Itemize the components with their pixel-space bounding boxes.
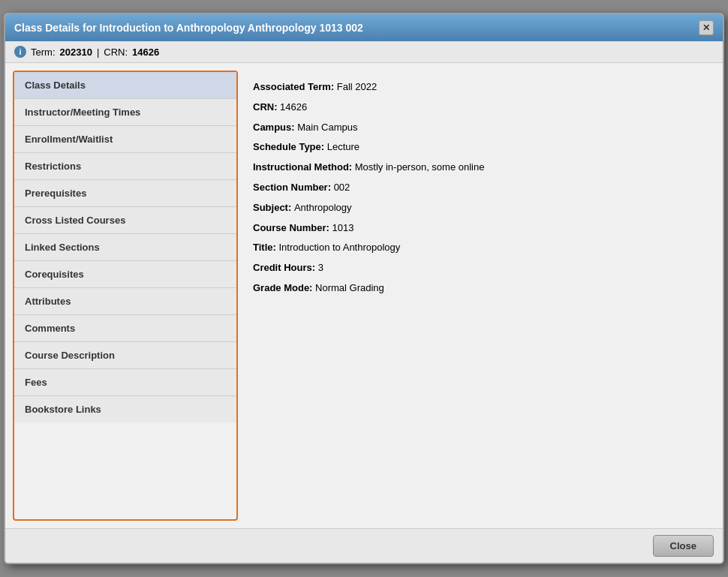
content-area: Associated Term: Fall 2022CRN: 14626Camp… [238,71,715,521]
detail-value: Introduction to Anthropology [278,242,400,253]
sidebar-item-class-details[interactable]: Class Details [14,72,236,99]
detail-value: Anthropology [294,202,352,213]
dialog-footer: Close [5,528,723,563]
detail-label: Associated Term: [253,81,337,92]
detail-value: 1013 [332,222,353,233]
sidebar-item-bookstore-links[interactable]: Bookstore Links [14,396,236,422]
dialog-title: Class Details for Introduction to Anthro… [14,22,363,34]
detail-row: Campus: Main Campus [253,120,700,136]
sidebar: Class DetailsInstructor/Meeting TimesEnr… [13,71,238,521]
detail-row: Title: Introduction to Anthropology [253,240,700,256]
detail-value: 3 [318,262,323,273]
sidebar-item-attributes[interactable]: Attributes [14,288,236,315]
detail-row: Course Number: 1013 [253,221,700,236]
detail-label: Subject: [253,202,294,213]
close-button[interactable]: Close [653,535,714,557]
detail-row: Instructional Method: Mostly in-person, … [253,160,700,176]
crn-value: 14626 [132,47,159,58]
sidebar-item-enrollment-waitlist[interactable]: Enrollment/Waitlist [14,126,236,153]
separator: | [97,47,99,58]
detail-value: Lecture [327,141,359,152]
detail-label: Grade Mode: [253,282,315,293]
dialog-header: Class Details for Introduction to Anthro… [5,14,723,41]
sidebar-item-comments[interactable]: Comments [14,315,236,342]
term-label: Term: [31,47,56,58]
detail-row: Section Number: 002 [253,180,700,196]
detail-label: CRN: [253,101,280,113]
detail-value: Main Campus [297,122,357,133]
crn-label: CRN: [104,47,128,58]
detail-value: 002 [334,182,350,193]
sidebar-item-linked-sections[interactable]: Linked Sections [14,234,236,261]
detail-label: Instructional Method: [253,161,355,173]
detail-label: Section Number: [253,182,334,193]
detail-row: Associated Term: Fall 2022 [253,80,700,95]
info-bar: i Term: 202310 | CRN: 14626 [5,41,723,63]
detail-value: Mostly in-person, some online [355,161,485,173]
detail-row: CRN: 14626 [253,100,700,116]
info-icon: i [14,46,26,58]
sidebar-item-corequisites[interactable]: Corequisites [14,261,236,288]
detail-row: Subject: Anthropology [253,200,700,216]
dialog-body: Class DetailsInstructor/Meeting TimesEnr… [5,63,723,528]
detail-row: Grade Mode: Normal Grading [253,281,700,296]
class-details-dialog: Class Details for Introduction to Anthro… [4,13,724,564]
detail-label: Title: [253,242,278,253]
sidebar-item-course-description[interactable]: Course Description [14,342,236,369]
detail-value: 14626 [280,101,307,113]
detail-value: Fall 2022 [337,81,377,92]
detail-value: Normal Grading [315,282,384,293]
detail-label: Course Number: [253,222,332,233]
sidebar-item-fees[interactable]: Fees [14,369,236,396]
sidebar-item-prerequisites[interactable]: Prerequisites [14,180,236,207]
sidebar-item-instructor-meeting[interactable]: Instructor/Meeting Times [14,99,236,126]
detail-row: Schedule Type: Lecture [253,140,700,155]
sidebar-item-cross-listed[interactable]: Cross Listed Courses [14,207,236,234]
sidebar-item-restrictions[interactable]: Restrictions [14,153,236,180]
detail-label: Campus: [253,122,297,133]
term-value: 202310 [60,47,92,58]
dialog-close-x-button[interactable]: ✕ [699,20,714,35]
detail-label: Schedule Type: [253,141,327,152]
detail-row: Credit Hours: 3 [253,260,700,276]
detail-label: Credit Hours: [253,262,318,273]
